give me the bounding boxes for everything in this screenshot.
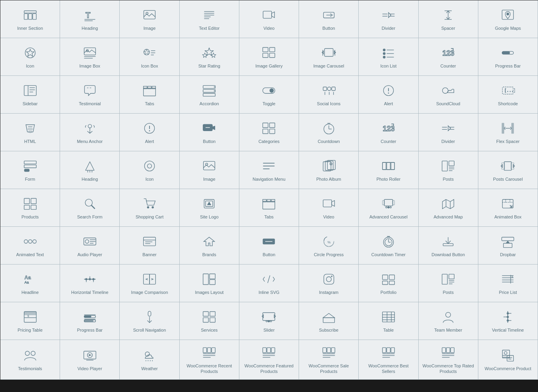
- widget-cell-button-2[interactable]: Button: [180, 114, 239, 151]
- widget-cell-soundcloud[interactable]: SoundCloud: [419, 76, 478, 114]
- widget-cell-star-rating[interactable]: Star Rating: [180, 38, 239, 76]
- widget-cell-tabs-1[interactable]: Tabs: [120, 76, 179, 114]
- widget-cell-shopping-cart[interactable]: Shopping Cart: [120, 189, 179, 227]
- widget-cell-posts-2[interactable]: Posts: [419, 265, 478, 302]
- widget-cell-inner-section[interactable]: Inner Section: [0, 0, 60, 38]
- widget-cell-categories[interactable]: Categories: [239, 114, 299, 151]
- widget-cell-icon-1[interactable]: Icon: [0, 38, 60, 76]
- widget-cell-price-list[interactable]: $Price List: [478, 265, 538, 302]
- widget-cell-icon-2[interactable]: Icon: [120, 151, 179, 189]
- widget-cell-pricing-table[interactable]: $Pricing Table: [0, 302, 60, 340]
- widget-cell-woo-featured[interactable]: WooCommerce Featured Products: [239, 340, 299, 380]
- svg-text:"  ": " ": [87, 87, 91, 91]
- widget-cell-icon-box[interactable]: Icon Box: [120, 38, 179, 76]
- widget-cell-photo-album[interactable]: Photo Album: [299, 151, 359, 189]
- widget-label-categories: Categories: [258, 139, 280, 144]
- widget-cell-site-logo[interactable]: Site Logo: [180, 189, 239, 227]
- widget-cell-animated-text[interactable]: Animated Text: [0, 227, 60, 265]
- widget-cell-search-form[interactable]: Search Form: [60, 189, 120, 227]
- widget-label-soundcloud: SoundCloud: [436, 101, 460, 106]
- widget-cell-sidebar[interactable]: Sidebar: [0, 76, 60, 114]
- widget-cell-subscribe[interactable]: Subscribe: [299, 302, 359, 340]
- svg-rect-64: [152, 86, 155, 89]
- svg-rect-146: [263, 199, 266, 202]
- widget-cell-woo-product[interactable]: WooCommerce Product: [478, 340, 538, 380]
- widget-cell-menu-anchor[interactable]: Menu Anchor: [60, 114, 120, 151]
- widget-cell-table[interactable]: Table: [359, 302, 418, 340]
- woo-products-icon: [261, 345, 277, 361]
- widget-label-team-member: Team Member: [434, 327, 462, 333]
- widget-cell-dropbar[interactable]: Dropbar: [478, 227, 538, 265]
- widget-cell-slider[interactable]: Slider: [239, 302, 299, 340]
- widget-cell-headline[interactable]: AaAaHeadline: [0, 265, 60, 302]
- widget-cell-divider-2[interactable]: Divider: [419, 114, 478, 151]
- widget-cell-banner[interactable]: Banner: [120, 227, 179, 265]
- widget-cell-form[interactable]: Form: [0, 151, 60, 189]
- widget-cell-counter-2[interactable]: 123Counter: [359, 114, 418, 151]
- widget-cell-image-carousel[interactable]: Image Carousel: [299, 38, 359, 76]
- widget-cell-circle-progress[interactable]: %Circle Progress: [299, 227, 359, 265]
- widget-cell-tabs-2[interactable]: Tabs: [239, 189, 299, 227]
- widget-cell-weather[interactable]: Weather: [120, 340, 179, 380]
- widget-cell-portfolio[interactable]: Portfolio: [359, 265, 418, 302]
- widget-cell-flex-spacer[interactable]: Flex Spacer: [478, 114, 538, 151]
- widget-cell-google-maps[interactable]: Google Maps: [478, 0, 538, 38]
- widget-cell-progress-bar-1[interactable]: Progress Bar: [478, 38, 538, 76]
- widget-cell-navigation-menu[interactable]: Navigation Menu: [239, 151, 299, 189]
- widget-cell-images-layout[interactable]: Images Layout: [180, 265, 239, 302]
- widget-cell-inline-svg[interactable]: Inline SVG: [239, 265, 299, 302]
- widget-cell-testimonials[interactable]: Testimonials: [0, 340, 60, 380]
- widget-cell-html[interactable]: HTML: [0, 114, 60, 151]
- widget-cell-alert-2[interactable]: Alert: [120, 114, 179, 151]
- widget-cell-services[interactable]: Services: [180, 302, 239, 340]
- widget-cell-toggle[interactable]: Toggle: [239, 76, 299, 114]
- widget-cell-download-button[interactable]: Download Button: [419, 227, 478, 265]
- widget-cell-video-2[interactable]: Video: [299, 189, 359, 227]
- widget-cell-icon-list[interactable]: Icon List: [359, 38, 418, 76]
- widget-cell-advanced-carousel[interactable]: Advanced Carousel: [359, 189, 418, 227]
- widget-cell-posts-carousel[interactable]: Posts Carousel: [478, 151, 538, 189]
- svg-rect-2: [28, 14, 32, 19]
- widget-cell-social-icons[interactable]: Social Icons: [299, 76, 359, 114]
- widget-cell-brands[interactable]: Brands: [180, 227, 239, 265]
- widget-cell-woo-best-sellers[interactable]: WooCommerce Best Sellers: [359, 340, 418, 380]
- widget-cell-countdown-timer[interactable]: Countdown Timer: [359, 227, 418, 265]
- widget-cell-video-1[interactable]: Video: [239, 0, 299, 38]
- widget-cell-team-member[interactable]: Team Member: [419, 302, 478, 340]
- widget-cell-spacer-1[interactable]: Spacer: [419, 0, 478, 38]
- widget-cell-heading-2[interactable]: Heading: [60, 151, 120, 189]
- widget-cell-woo-top-rated[interactable]: WooCommerce Top Rated Products: [419, 340, 478, 380]
- widget-cell-animated-box[interactable]: Animated Box: [478, 189, 538, 227]
- widget-cell-alert-1[interactable]: Alert: [359, 76, 418, 114]
- widget-cell-vertical-timeline[interactable]: Vertical Timeline: [478, 302, 538, 340]
- widget-cell-heading-1[interactable]: THeading: [60, 0, 120, 38]
- widget-cell-woo-recent[interactable]: WooCommerce Recent Products: [180, 340, 239, 380]
- widget-cell-advanced-map[interactable]: Advanced Map: [419, 189, 478, 227]
- widget-cell-video-player[interactable]: Video Player: [60, 340, 120, 380]
- widget-cell-divider-1[interactable]: Divider: [359, 0, 418, 38]
- widget-cell-woo-sale[interactable]: WooCommerce Sale Products: [299, 340, 359, 380]
- widget-cell-button-1[interactable]: Button: [299, 0, 359, 38]
- progress-bar-h-icon: [82, 309, 98, 325]
- widget-cell-products[interactable]: Products: [0, 189, 60, 227]
- widget-cell-image-gallery[interactable]: Image Gallery: [239, 38, 299, 76]
- widget-cell-testimonial[interactable]: " "Testimonial: [60, 76, 120, 114]
- widget-cell-photo-roller[interactable]: Photo Roller: [359, 151, 418, 189]
- widget-cell-horizontal-timeline[interactable]: Horizontal Timeline: [60, 265, 120, 302]
- counter-icon: 123: [381, 120, 396, 136]
- widget-cell-text-editor[interactable]: Text Editor: [180, 0, 239, 38]
- widget-cell-image-2[interactable]: Image: [180, 151, 239, 189]
- widget-cell-image-1[interactable]: Image: [120, 0, 179, 38]
- widget-cell-posts-1[interactable]: Posts: [419, 151, 478, 189]
- widget-cell-shortcode[interactable]: [...]Shortcode: [478, 76, 538, 114]
- widget-cell-instagram[interactable]: Instagram: [299, 265, 359, 302]
- widget-cell-audio-player[interactable]: Audio Player: [60, 227, 120, 265]
- widget-cell-scroll-navigation[interactable]: Scroll Navigation: [120, 302, 179, 340]
- widget-cell-counter-1[interactable]: 123Counter: [419, 38, 478, 76]
- widget-cell-image-comparison[interactable]: Image Comparison: [120, 265, 179, 302]
- widget-cell-image-box[interactable]: Image Box: [60, 38, 120, 76]
- widget-cell-button-3[interactable]: Button: [239, 227, 299, 265]
- widget-cell-accordion[interactable]: Accordion: [180, 76, 239, 114]
- widget-cell-countdown[interactable]: Countdown: [299, 114, 359, 151]
- widget-cell-progress-bar-2[interactable]: Progress Bar: [60, 302, 120, 340]
